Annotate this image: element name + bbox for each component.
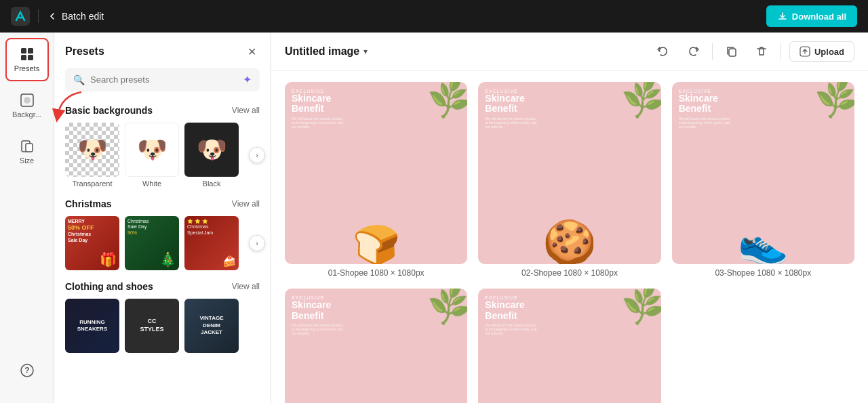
- image-card-3-label: 03-Shopee 1080 × 1080px: [672, 268, 854, 278]
- image-card-1[interactable]: 🌿 EXCLUSIVE SkincareBenefit We will laun…: [285, 82, 467, 278]
- svg-rect-8: [26, 144, 33, 152]
- christmas-grid: MERRY50% OFFChristmasSale Day 🎁 Christma…: [65, 216, 260, 270]
- skincare-text-3: EXCLUSIVE SkincareBenefit We will launch…: [679, 89, 733, 129]
- christmas-next-btn[interactable]: ›: [249, 235, 265, 251]
- preset-cloth3-thumb: VINTAGEDENIMJACKET: [184, 299, 239, 353]
- svg-rect-4: [28, 55, 33, 60]
- svg-point-6: [24, 97, 31, 104]
- preset-xmas2-thumb: ChristmasSale Day90% 🎄: [125, 216, 179, 270]
- preset-cloth2[interactable]: CCSTYLES: [125, 299, 179, 353]
- image-thumb-2: 🌿 EXCLUSIVE SkincareBenefit We will laun…: [478, 82, 660, 264]
- image-card-1-label: 01-Shopee 1080 × 1080px: [285, 268, 467, 278]
- skincare-text-2: EXCLUSIVE SkincareBenefit We will launch…: [485, 89, 539, 129]
- preset-black[interactable]: 🐶 Black: [184, 123, 239, 188]
- clothing-title: Clothing and shoes: [65, 281, 153, 292]
- leaf-icon-1: 🌿: [425, 82, 468, 123]
- preset-white-thumb: 🐶: [125, 123, 179, 177]
- preset-transparent[interactable]: 🐶 Transparent: [65, 123, 119, 188]
- download-all-button[interactable]: Download all: [766, 5, 857, 27]
- basic-backgrounds-title: Basic backgrounds: [65, 105, 153, 116]
- presets-header: Presets ✕: [54, 33, 271, 68]
- chevron-down-icon: ▾: [363, 47, 368, 56]
- copy-button[interactable]: [721, 41, 743, 62]
- skincare-text-4: EXCLUSIVE SkincareBenefit We will launch…: [292, 295, 346, 335]
- clothing-view-all[interactable]: View all: [232, 282, 260, 291]
- presets-close-button[interactable]: ✕: [243, 43, 260, 60]
- preset-transparent-thumb: 🐶: [65, 123, 119, 177]
- search-bar: 🔍 ✦: [65, 68, 260, 91]
- preset-xmas3[interactable]: ⭐ ⭐ ⭐ChristmasSpecial Jam 🍰: [184, 216, 239, 270]
- sidebar-item-help[interactable]: ?: [5, 349, 49, 392]
- skincare-card-5: 🌿 EXCLUSIVE SkincareBenefit We will laun…: [478, 289, 660, 403]
- magic-icon[interactable]: ✦: [243, 73, 252, 86]
- image-card-2[interactable]: 🌿 EXCLUSIVE SkincareBenefit We will laun…: [478, 82, 660, 278]
- presets-content: Basic backgrounds View all 🐶 Transparent…: [54, 102, 271, 403]
- clothing-header: Clothing and shoes View all: [65, 281, 260, 292]
- skincare-text-5: EXCLUSIVE SkincareBenefit We will launch…: [485, 295, 539, 335]
- skincare-card-2: 🌿 EXCLUSIVE SkincareBenefit We will laun…: [478, 82, 660, 264]
- preset-white[interactable]: 🐶 White: [125, 123, 179, 188]
- image-grid: 🌿 EXCLUSIVE SkincareBenefit We will laun…: [271, 71, 868, 403]
- sidebar-item-background[interactable]: Backgr...: [5, 84, 49, 127]
- image-thumb-4: 🌿 EXCLUSIVE SkincareBenefit We will laun…: [285, 289, 467, 403]
- christmas-view-all[interactable]: View all: [232, 199, 260, 209]
- image-title-button[interactable]: Untitled image ▾: [285, 45, 368, 58]
- image-card-5[interactable]: 🌿 EXCLUSIVE SkincareBenefit We will laun…: [478, 289, 660, 403]
- preset-cloth2-thumb: CCSTYLES: [125, 299, 179, 353]
- basic-backgrounds-next-btn[interactable]: ›: [249, 147, 265, 163]
- content-area: Untitled image ▾: [271, 33, 868, 403]
- preset-transparent-label: Transparent: [73, 179, 113, 188]
- sidebar-item-size-label: Size: [20, 156, 34, 165]
- preset-cloth1-thumb: RUNNINGSNEAKERS: [65, 299, 119, 353]
- skincare-text-1: EXCLUSIVE SkincareBenefit We will launch…: [292, 89, 346, 129]
- image-card-3[interactable]: 🌿 EXCLUSIVE SkincareBenefit We will laun…: [672, 82, 854, 278]
- svg-rect-2: [28, 48, 33, 54]
- preset-xmas2[interactable]: ChristmasSale Day90% 🎄: [125, 216, 179, 270]
- redo-button[interactable]: [682, 41, 704, 62]
- basic-backgrounds-view-all[interactable]: View all: [232, 106, 260, 115]
- preset-black-label: Black: [203, 179, 221, 188]
- skincare-card-1: 🌿 EXCLUSIVE SkincareBenefit We will laun…: [285, 82, 467, 264]
- leaf-icon-2: 🌿: [618, 82, 661, 123]
- sidebar-item-presets[interactable]: Presets: [5, 38, 49, 81]
- presets-title: Presets: [65, 45, 104, 58]
- basic-backgrounds-grid: 🐶 Transparent 🐶 White 🐶 Black ›: [65, 123, 260, 188]
- header-actions: Upload: [652, 41, 854, 62]
- undo-button[interactable]: [652, 41, 674, 62]
- image-card-2-label: 02-Shopee 1080 × 1080px: [478, 268, 660, 278]
- preset-xmas1[interactable]: MERRY50% OFFChristmasSale Day 🎁: [65, 216, 119, 270]
- preset-cloth1[interactable]: RUNNINGSNEAKERS: [65, 299, 119, 353]
- leaf-icon-3: 🌿: [812, 82, 854, 123]
- skincare-card-3: 🌿 EXCLUSIVE SkincareBenefit We will laun…: [672, 82, 854, 264]
- sidebar-item-background-label: Backgr...: [12, 110, 41, 119]
- page-title: Batch edit: [62, 11, 104, 22]
- svg-rect-3: [21, 55, 26, 60]
- delete-button[interactable]: [751, 41, 772, 62]
- preset-white-label: White: [142, 179, 161, 188]
- leaf-icon-4: 🌿: [425, 289, 468, 329]
- upload-button[interactable]: Upload: [789, 41, 854, 62]
- svg-text:?: ?: [24, 366, 29, 375]
- image-title: Untitled image: [285, 45, 359, 58]
- preset-xmas1-thumb: MERRY50% OFFChristmasSale Day 🎁: [65, 216, 119, 270]
- basic-backgrounds-header: Basic backgrounds View all: [65, 105, 260, 116]
- image-card-4[interactable]: 🌿 EXCLUSIVE SkincareBenefit We will laun…: [285, 289, 467, 403]
- search-input[interactable]: [90, 75, 237, 85]
- header-divider2: [781, 43, 781, 60]
- search-icon: 🔍: [73, 75, 85, 85]
- content-header: Untitled image ▾: [271, 33, 868, 71]
- svg-rect-0: [11, 7, 30, 26]
- preset-cloth3[interactable]: VINTAGEDENIMJACKET: [184, 299, 239, 353]
- clothing-grid: RUNNINGSNEAKERS CCSTYLES VINTAGEDENIMJAC…: [65, 299, 260, 353]
- topbar: Batch edit Download all: [0, 0, 868, 33]
- sidebar-item-presets-label: Presets: [14, 64, 39, 72]
- image-thumb-5: 🌿 EXCLUSIVE SkincareBenefit We will laun…: [478, 289, 660, 403]
- image-thumb-1: 🌿 EXCLUSIVE SkincareBenefit We will laun…: [285, 82, 467, 264]
- sidebar-icons: Presets Backgr... Size ?: [0, 33, 54, 403]
- back-button[interactable]: Batch edit: [47, 11, 104, 22]
- skincare-card-4: 🌿 EXCLUSIVE SkincareBenefit We will laun…: [285, 289, 467, 403]
- sidebar-item-size[interactable]: Size: [5, 130, 49, 173]
- svg-rect-11: [729, 49, 736, 56]
- header-divider: [712, 43, 713, 60]
- christmas-title: Christmas: [65, 198, 111, 209]
